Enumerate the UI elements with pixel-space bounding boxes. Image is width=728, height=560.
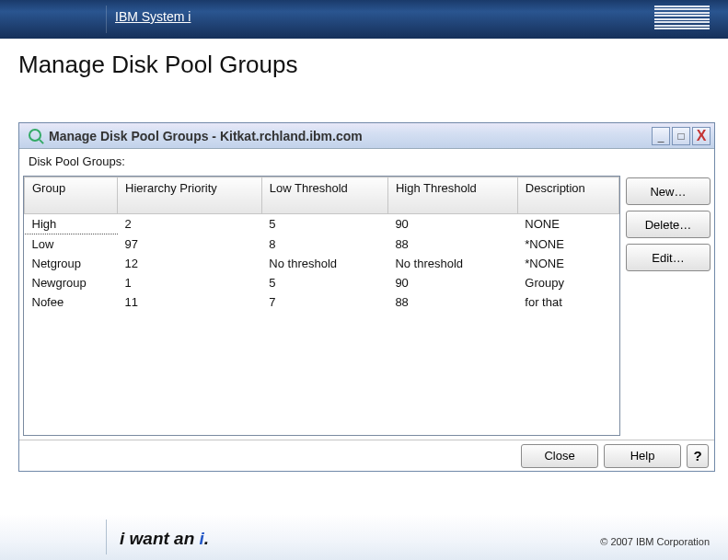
cell-low: 7: [261, 292, 387, 312]
table-row[interactable]: Nofee 11 7 88 for that: [25, 292, 619, 312]
titlebar[interactable]: Manage Disk Pool Groups - Kitkat.rchland…: [19, 123, 714, 149]
maximize-button[interactable]: □: [672, 127, 690, 145]
cell-desc: for that: [517, 292, 618, 312]
brand-text: IBM System i: [115, 9, 191, 24]
disk-pool-table: Group Hierarchy Priority Low Threshold H…: [24, 177, 619, 312]
cell-hierarchy: 1: [118, 273, 262, 292]
content-area: Group Hierarchy Priority Low Threshold H…: [19, 172, 714, 440]
col-group[interactable]: Group: [25, 177, 118, 214]
delete-button[interactable]: Delete…: [626, 211, 711, 238]
table-wrapper: Group Hierarchy Priority Low Threshold H…: [23, 176, 620, 436]
table-row[interactable]: High 2 5 90 NONE: [25, 214, 619, 234]
app-search-icon: [29, 129, 43, 143]
cell-hierarchy: 12: [118, 254, 262, 273]
cell-high: 90: [387, 273, 517, 292]
cell-group: Newgroup: [25, 273, 118, 292]
new-button[interactable]: New…: [626, 177, 711, 205]
cell-hierarchy: 2: [118, 214, 262, 234]
cell-desc: *NONE: [517, 254, 618, 273]
col-hierarchy[interactable]: Hierarchy Priority: [118, 177, 262, 214]
minimize-button[interactable]: _: [652, 127, 670, 145]
header-divider: [106, 6, 107, 33]
close-window-button[interactable]: X: [692, 127, 711, 145]
cell-group: Nofee: [25, 292, 118, 312]
cell-group: Netgroup: [25, 254, 118, 273]
ibm-logo: [654, 6, 710, 29]
cell-high: No threshold: [387, 254, 517, 273]
list-label: Disk Pool Groups:: [19, 149, 714, 172]
table-header-row: Group Hierarchy Priority Low Threshold H…: [25, 177, 619, 214]
close-icon: X: [697, 128, 707, 144]
slide-header: IBM System i: [0, 0, 728, 39]
cell-desc: Groupy: [517, 273, 618, 292]
app-window: Manage Disk Pool Groups - Kitkat.rchland…: [18, 122, 715, 472]
minimize-icon: _: [658, 130, 664, 143]
cell-high: 88: [387, 234, 517, 255]
table-row[interactable]: Netgroup 12 No threshold No threshold *N…: [25, 254, 619, 273]
tagline: i want an i.: [120, 529, 209, 549]
table-row[interactable]: Low 97 8 88 *NONE: [25, 234, 619, 255]
window-controls: _ □ X: [652, 127, 711, 145]
bottom-bar: Close Help ?: [19, 440, 714, 471]
cell-high: 90: [387, 214, 517, 234]
col-high[interactable]: High Threshold: [387, 177, 517, 214]
col-low[interactable]: Low Threshold: [261, 177, 387, 214]
cell-group: Low: [25, 234, 118, 255]
cell-low: 5: [261, 273, 387, 292]
close-button[interactable]: Close: [521, 444, 598, 468]
slide-footer: i want an i. © 2007 IBM Corporation: [0, 514, 728, 560]
copyright: © 2007 IBM Corporation: [600, 536, 710, 547]
tagline-prefix: i want an: [120, 529, 200, 548]
page-title: Manage Disk Pool Groups: [18, 51, 297, 79]
help-button[interactable]: Help: [604, 444, 681, 468]
cell-desc: *NONE: [517, 234, 618, 255]
cell-low: No threshold: [261, 254, 387, 273]
window-title: Manage Disk Pool Groups - Kitkat.rchland…: [49, 129, 652, 143]
cell-hierarchy: 11: [118, 292, 262, 312]
edit-button[interactable]: Edit…: [626, 244, 711, 271]
cell-low: 8: [261, 234, 387, 255]
cell-group: High: [25, 214, 118, 234]
tagline-suffix: .: [204, 529, 209, 548]
maximize-icon: □: [677, 130, 684, 143]
footer-divider: [106, 520, 107, 554]
table-row[interactable]: Newgroup 1 5 90 Groupy: [25, 273, 619, 292]
cell-hierarchy: 97: [118, 234, 262, 255]
col-desc[interactable]: Description: [517, 177, 618, 214]
cell-desc: NONE: [517, 214, 618, 234]
side-buttons: New… Delete… Edit…: [626, 176, 711, 436]
help-context-button[interactable]: ?: [687, 444, 709, 468]
cell-low: 5: [261, 214, 387, 234]
cell-high: 88: [387, 292, 517, 312]
